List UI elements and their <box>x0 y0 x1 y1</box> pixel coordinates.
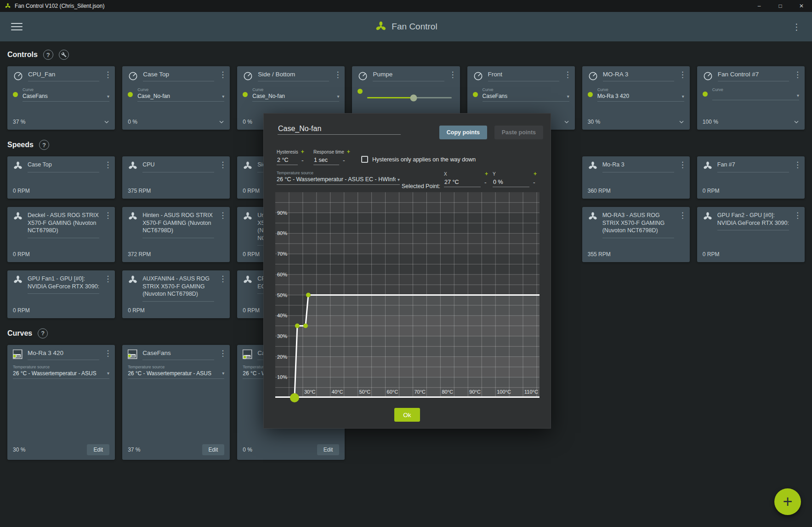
app-title-wrap: Fan Control <box>375 21 437 33</box>
curve-point[interactable] <box>306 293 311 298</box>
enabled-indicator[interactable] <box>358 89 363 94</box>
add-button[interactable]: + <box>774 488 801 515</box>
response-time-decrease-button[interactable]: - <box>343 157 345 164</box>
curve-select[interactable]: Mo-Ra 3 420 ▾ <box>597 92 684 102</box>
hysteresis-decrease-button[interactable]: - <box>301 157 304 164</box>
selected-curve-point[interactable] <box>290 393 299 402</box>
kebab-menu-icon[interactable]: ⋮ <box>794 161 799 169</box>
minimize-button[interactable]: – <box>749 0 770 12</box>
x-input[interactable] <box>444 178 481 187</box>
y-increase-button[interactable]: + <box>534 171 537 177</box>
wrench-icon[interactable] <box>59 50 69 60</box>
help-icon[interactable]: ? <box>39 140 49 150</box>
response-time-field: Response time + - <box>313 149 350 165</box>
temperature-source-select[interactable]: 26 °C - Wassertemperatur - ASUS ▾ <box>128 369 224 379</box>
manual-speed-slider[interactable] <box>367 97 451 98</box>
maximize-button[interactable]: □ <box>770 0 791 12</box>
y-decrease-button[interactable]: - <box>533 179 535 186</box>
speed-card-mo-ra-3: Mo-Ra 3 ⋮ 360 RPM <box>582 156 690 199</box>
copy-points-button[interactable]: Copy points <box>439 126 487 139</box>
fan-curve-chart[interactable]: 30°C40°C50°C60°C70°C80°C90°C100°C110°C10… <box>275 192 539 398</box>
selected-point-y-field: Y + - <box>493 171 537 187</box>
expand-chevron-icon[interactable] <box>218 118 225 126</box>
gauge-icon <box>243 71 253 81</box>
expand-chevron-icon[interactable] <box>103 118 110 126</box>
expand-chevron-icon[interactable] <box>563 118 570 126</box>
temperature-source-label: Temperature source <box>277 171 400 175</box>
kebab-menu-icon[interactable]: ⋮ <box>104 71 109 79</box>
curve-select[interactable]: Case_No-fan ▾ <box>252 92 339 102</box>
speed-card-gpu-fan2-gpu-0-nvidia-geforce-rtx-3090: GPU Fan2 - GPU [#0]: NVIDIA GeForce RTX … <box>697 207 805 262</box>
response-time-input[interactable] <box>313 156 339 165</box>
chevron-down-icon: ▾ <box>795 93 799 98</box>
edit-curve-button[interactable]: Edit <box>202 444 225 455</box>
x-decrease-button[interactable]: - <box>484 179 487 186</box>
close-button[interactable]: ✕ <box>791 0 812 12</box>
kebab-menu-icon[interactable]: ⋮ <box>219 161 224 169</box>
kebab-menu-icon[interactable]: ⋮ <box>794 71 799 79</box>
kebab-menu-icon[interactable]: ⋮ <box>794 212 799 219</box>
hysteresis-increase-button[interactable]: + <box>301 149 304 155</box>
controls-section-title: Controls <box>7 51 38 59</box>
hysteresis-input[interactable] <box>277 156 298 165</box>
curve-chart-icon <box>243 349 253 360</box>
curve-select[interactable]: ▾ <box>712 92 799 100</box>
enabled-indicator[interactable] <box>13 92 18 97</box>
curve-select-value: CaseFans <box>483 93 508 99</box>
overflow-menu-icon[interactable]: ⋮ <box>792 22 801 32</box>
enabled-indicator[interactable] <box>128 92 133 97</box>
expand-chevron-icon[interactable] <box>793 118 800 126</box>
hysteresis-way-down-checkbox[interactable] <box>361 156 368 163</box>
edit-curve-button[interactable]: Edit <box>317 444 340 455</box>
svg-text:70%: 70% <box>277 251 287 257</box>
kebab-menu-icon[interactable]: ⋮ <box>219 71 224 79</box>
svg-text:110°C: 110°C <box>524 389 538 395</box>
kebab-menu-icon[interactable]: ⋮ <box>679 212 684 219</box>
paste-points-button[interactable]: Paste points <box>494 126 543 139</box>
kebab-menu-icon[interactable]: ⋮ <box>219 349 224 357</box>
selected-point-x-field: X + - <box>444 171 488 187</box>
expand-chevron-icon[interactable] <box>678 118 685 126</box>
x-increase-button[interactable]: + <box>485 171 488 177</box>
enabled-indicator[interactable] <box>243 92 248 97</box>
kebab-menu-icon[interactable]: ⋮ <box>679 161 684 169</box>
y-input[interactable] <box>493 178 529 187</box>
kebab-menu-icon[interactable]: ⋮ <box>104 161 109 169</box>
enabled-indicator[interactable] <box>703 92 708 97</box>
window-title: Fan Control V102 (Chris_Silent.json) <box>15 3 104 9</box>
curve-name-input[interactable] <box>278 124 401 135</box>
menu-icon[interactable] <box>11 23 23 31</box>
temperature-source-select[interactable]: 26 °C - Wassertemperatur - ASUS EC - HWI… <box>277 175 400 185</box>
kebab-menu-icon[interactable]: ⋮ <box>104 349 109 357</box>
edit-curve-button[interactable]: Edit <box>87 444 109 455</box>
kebab-menu-icon[interactable]: ⋮ <box>104 212 109 219</box>
response-time-increase-button[interactable]: + <box>347 149 350 155</box>
kebab-menu-icon[interactable]: ⋮ <box>219 212 224 219</box>
help-icon[interactable]: ? <box>38 328 48 338</box>
curve-select[interactable]: CaseFans ▾ <box>483 92 569 102</box>
help-icon[interactable]: ? <box>43 50 53 60</box>
fan-rpm: 375 RPM <box>128 182 224 194</box>
curve-label: Curve <box>252 87 339 92</box>
temperature-source-select[interactable]: 26 °C - Wassertemperatur - ASUS ▾ <box>13 369 109 379</box>
slider-thumb[interactable] <box>410 94 417 101</box>
ok-button[interactable]: Ok <box>394 408 420 422</box>
kebab-menu-icon[interactable]: ⋮ <box>219 275 224 283</box>
kebab-menu-icon[interactable]: ⋮ <box>679 71 684 79</box>
kebab-menu-icon[interactable]: ⋮ <box>334 71 339 79</box>
curve-select[interactable]: Case_No-fan ▾ <box>137 92 224 102</box>
fan-name: AUXFANIN4 - ASUS ROG STRIX X570-F GAMING… <box>142 275 214 302</box>
curve-point[interactable] <box>295 324 300 328</box>
app-title: Fan Control <box>392 22 437 32</box>
curve-chart-icon <box>13 349 23 360</box>
curve-point[interactable] <box>303 324 308 328</box>
app-fan-icon <box>5 3 11 9</box>
kebab-menu-icon[interactable]: ⋮ <box>564 71 569 79</box>
kebab-menu-icon[interactable]: ⋮ <box>104 275 109 283</box>
kebab-menu-icon[interactable]: ⋮ <box>449 71 454 79</box>
curve-select[interactable]: CaseFans ▾ <box>23 92 109 102</box>
enabled-indicator[interactable] <box>588 92 593 97</box>
enabled-indicator[interactable] <box>473 92 478 97</box>
curve-card-casefans: CaseFans ⋮ Temperature source 26 °C - Wa… <box>122 345 230 460</box>
fan-rpm: 0 RPM <box>128 302 224 314</box>
